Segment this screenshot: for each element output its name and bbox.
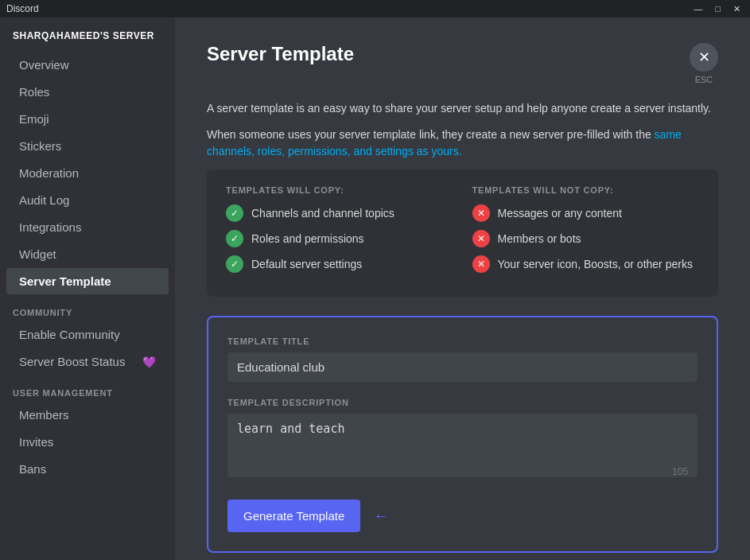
description-2-prefix: When someone uses your server template l…	[207, 128, 655, 141]
textarea-wrapper: learn and teach 105	[227, 414, 698, 484]
x-icon-1: ✕	[472, 204, 490, 222]
form-section: TEMPLATE TITLE TEMPLATE DESCRIPTION lear…	[207, 316, 718, 553]
app-title: Discord	[6, 3, 39, 14]
will-copy-column: TEMPLATES WILL COPY: ✓ Channels and chan…	[226, 185, 453, 281]
will-not-copy-item-1: ✕ Messages or any content	[472, 204, 700, 222]
will-not-copy-text-1: Messages or any content	[498, 207, 622, 220]
will-copy-item-2: ✓ Roles and permissions	[226, 230, 453, 247]
arrow-icon: ←	[373, 507, 389, 525]
will-copy-item-3: ✓ Default server settings	[226, 255, 453, 273]
x-icon-3: ✕	[472, 255, 490, 273]
sidebar-item-overview[interactable]: Overview	[6, 52, 169, 78]
check-icon-3: ✓	[226, 255, 243, 273]
will-copy-text-1: Channels and channel topics	[251, 207, 394, 220]
user-management-section-header: USER MANAGEMENT	[0, 375, 175, 401]
sidebar-item-roles[interactable]: Roles	[6, 79, 169, 105]
template-description-input[interactable]: learn and teach	[227, 414, 698, 477]
close-button[interactable]: ✕	[690, 43, 718, 72]
will-copy-item-1: ✓ Channels and channel topics	[226, 204, 453, 222]
will-not-copy-column: TEMPLATES WILL NOT COPY: ✕ Messages or a…	[472, 185, 700, 281]
template-title-input[interactable]	[227, 352, 698, 382]
app-body: SHARQAHAMEED'S SERVER Overview Roles Emo…	[0, 18, 750, 560]
close-button-container: ✕ ESC	[690, 43, 718, 84]
check-icon-2: ✓	[226, 230, 243, 247]
boost-icon: 💜	[142, 356, 156, 368]
sidebar-item-enable-community[interactable]: Enable Community	[6, 321, 169, 348]
description-1: A server template is an easy way to shar…	[207, 100, 718, 117]
will-copy-text-3: Default server settings	[251, 258, 362, 270]
page-header: Server Template ✕ ESC	[207, 43, 718, 84]
sidebar-item-server-template[interactable]: Server Template	[6, 268, 169, 294]
maximize-button[interactable]: □	[712, 4, 724, 14]
description-2: When someone uses your server template l…	[207, 126, 718, 160]
sidebar-item-members[interactable]: Members	[6, 402, 169, 428]
window-controls: — □ ✕	[690, 4, 744, 14]
will-copy-text-2: Roles and permissions	[251, 232, 364, 245]
titlebar: Discord — □ ✕	[0, 0, 750, 18]
main-content: Server Template ✕ ESC A server template …	[175, 18, 750, 560]
sidebar-item-invites[interactable]: Invites	[6, 429, 169, 455]
char-count: 105	[672, 466, 688, 477]
sidebar-item-integrations[interactable]: Integrations	[6, 214, 169, 240]
close-icon: ✕	[698, 49, 710, 66]
will-not-copy-text-2: Members or bots	[498, 232, 581, 245]
page-title: Server Template	[207, 43, 354, 65]
will-not-copy-header: TEMPLATES WILL NOT COPY:	[472, 185, 700, 195]
template-description-label: TEMPLATE DESCRIPTION	[227, 398, 698, 407]
sidebar-item-bans[interactable]: Bans	[6, 456, 169, 482]
info-box: TEMPLATES WILL COPY: ✓ Channels and chan…	[207, 169, 718, 297]
will-copy-header: TEMPLATES WILL COPY:	[226, 185, 453, 195]
sidebar: SHARQAHAMEED'S SERVER Overview Roles Emo…	[0, 18, 175, 560]
generate-template-button[interactable]: Generate Template	[227, 500, 360, 532]
community-section-header: COMMUNITY	[0, 295, 175, 321]
will-not-copy-item-2: ✕ Members or bots	[472, 230, 700, 247]
form-footer: Generate Template ←	[227, 500, 698, 532]
sidebar-item-emoji[interactable]: Emoji	[6, 106, 169, 132]
template-title-label: TEMPLATE TITLE	[227, 336, 698, 346]
check-icon-1: ✓	[226, 204, 243, 222]
sidebar-item-server-boost-status[interactable]: Server Boost Status 💜	[6, 348, 169, 375]
x-icon-2: ✕	[472, 230, 490, 247]
minimize-button[interactable]: —	[690, 4, 705, 14]
server-name: SHARQAHAMEED'S SERVER	[0, 30, 175, 51]
sidebar-item-moderation[interactable]: Moderation	[6, 160, 169, 186]
will-not-copy-text-3: Your server icon, Boosts, or other perks	[498, 258, 693, 270]
sidebar-item-widget[interactable]: Widget	[6, 241, 169, 267]
sidebar-item-stickers[interactable]: Stickers	[6, 133, 169, 159]
sidebar-item-audit-log[interactable]: Audit Log	[6, 187, 169, 213]
will-not-copy-item-3: ✕ Your server icon, Boosts, or other per…	[472, 255, 700, 273]
window-close-button[interactable]: ✕	[730, 4, 744, 14]
esc-label: ESC	[695, 75, 713, 84]
